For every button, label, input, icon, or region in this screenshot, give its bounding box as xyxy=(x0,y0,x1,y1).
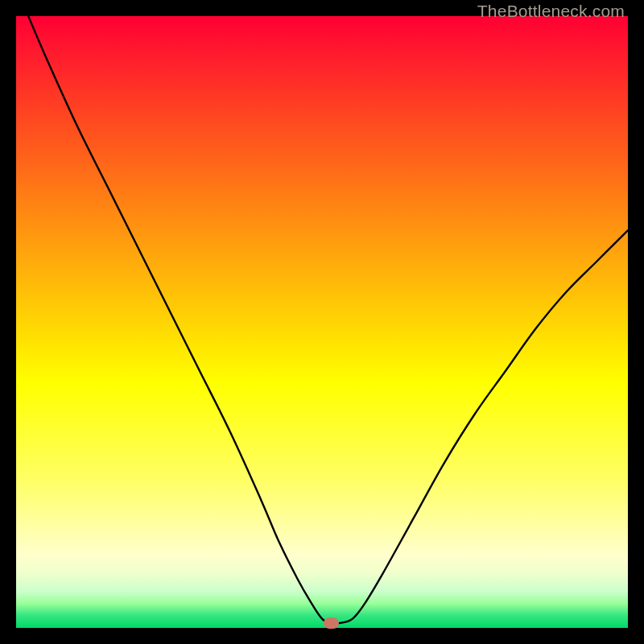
bottleneck-curve-svg xyxy=(16,16,628,628)
bottleneck-curve-path xyxy=(28,16,628,624)
optimum-marker xyxy=(324,617,340,629)
watermark-text: TheBottleneck.com xyxy=(477,2,625,21)
chart-frame: TheBottleneck.com xyxy=(0,0,644,644)
